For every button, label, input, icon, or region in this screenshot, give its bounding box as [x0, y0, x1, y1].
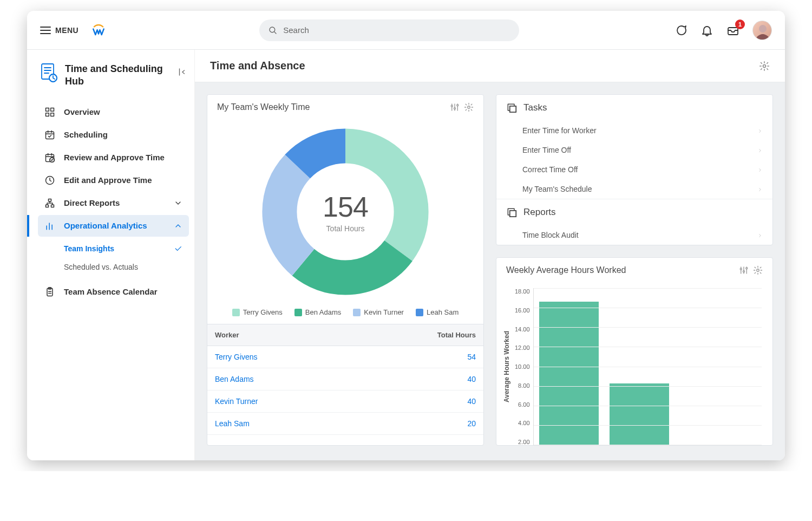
worker-name-link[interactable]: Kevin Turner — [207, 390, 345, 413]
sidebar: Time and Scheduling Hub OverviewScheduli… — [27, 50, 195, 460]
page-title: Time and Absence — [210, 60, 305, 72]
legend-item: Leah Sam — [416, 308, 459, 316]
search-input[interactable]: Search — [259, 19, 519, 41]
menu-label: MENU — [55, 26, 78, 35]
collapse-icon — [177, 67, 187, 77]
sidebar-item-label: Overview — [64, 107, 100, 116]
bar-chart — [533, 288, 762, 445]
search-icon — [268, 25, 278, 35]
hub-icon — [40, 63, 57, 82]
col-worker: Worker — [207, 324, 345, 346]
calendar-check-icon — [44, 129, 55, 140]
svg-rect-52 — [510, 211, 516, 217]
y-tick: 14.00 — [515, 326, 530, 333]
legend-label: Leah Sam — [427, 308, 459, 316]
gear-icon — [759, 61, 770, 71]
legend-item: Kevin Turner — [353, 308, 404, 316]
page-settings-button[interactable] — [759, 61, 770, 71]
chat-button[interactable] — [675, 24, 687, 37]
bar — [610, 383, 669, 445]
task-item-enter-time-for-worker[interactable]: Enter Time for Worker — [496, 121, 772, 140]
menu-button[interactable]: MENU — [40, 26, 78, 35]
sidebar-item-label: Operational Analytics — [64, 221, 147, 230]
task-item-correct-time-off[interactable]: Correct Time Off — [496, 160, 772, 179]
worker-hours-value: 54 — [345, 346, 483, 368]
svg-line-1 — [274, 31, 276, 33]
worker-hours-value: 40 — [345, 390, 483, 413]
card-team-weekly-time: My Team's Weekly Time — [207, 94, 484, 446]
worker-name-link[interactable]: Leah Sam — [207, 413, 345, 435]
task-item-my-team-s-schedule[interactable]: My Team's Schedule — [496, 179, 772, 199]
svg-point-40 — [454, 108, 456, 109]
chevron-right-icon — [757, 186, 762, 192]
table-row: Terry Givens54 — [207, 346, 483, 368]
task-item-enter-time-off[interactable]: Enter Time Off — [496, 140, 772, 160]
legend-swatch — [416, 309, 423, 316]
sidebar-subitem-team-insights[interactable]: Team Insights — [64, 240, 189, 257]
y-tick: 2.00 — [515, 439, 530, 445]
sidebar-item-label: Team Absence Calendar — [64, 287, 158, 296]
donut-legend: Terry GivensBen AdamsKevin TurnerLeah Sa… — [232, 298, 459, 324]
svg-rect-49 — [510, 106, 516, 113]
report-item-time-block-audit[interactable]: Time Block Audit — [496, 225, 772, 245]
chat-icon — [675, 24, 687, 37]
sidebar-item-operational-analytics[interactable]: Operational Analytics — [38, 215, 189, 237]
worker-name-link[interactable]: Terry Givens — [207, 346, 345, 368]
sliders-icon[interactable] — [450, 102, 460, 112]
chevron-up-icon — [174, 222, 182, 230]
y-tick: 16.00 — [515, 307, 530, 314]
sidebar-item-overview[interactable]: Overview — [38, 101, 189, 123]
sidebar-subitem-scheduled-vs-actuals[interactable]: Scheduled vs. Actuals — [64, 258, 189, 276]
card-weekly-avg: Weekly Average Hours Worked — [496, 257, 773, 446]
svg-rect-15 — [46, 132, 54, 139]
bell-icon — [700, 24, 713, 37]
chevron-right-icon — [757, 127, 762, 134]
list-item-label: Correct Time Off — [522, 165, 578, 174]
svg-point-38 — [451, 105, 453, 107]
list-item-label: Enter Time for Worker — [522, 126, 597, 135]
svg-point-43 — [468, 106, 470, 109]
sidebar-item-label: Scheduling — [64, 130, 108, 139]
sidebar-item-review-and-approve-time[interactable]: Review and Approve Time — [38, 147, 189, 168]
chevron-right-icon — [757, 232, 762, 238]
card-title: My Team's Weekly Time — [217, 102, 310, 112]
svg-rect-14 — [51, 113, 54, 116]
list-item-label: Enter Time Off — [522, 146, 571, 154]
tasks-icon — [506, 102, 517, 113]
gear-icon[interactable] — [464, 102, 474, 112]
svg-point-59 — [746, 268, 748, 269]
chevron-right-icon — [757, 166, 762, 173]
y-axis-ticks: 18.0016.0014.0012.0010.008.006.004.002.0… — [512, 288, 533, 445]
svg-point-3 — [759, 25, 767, 32]
inbox-button[interactable]: 1 — [726, 24, 739, 37]
sidebar-item-edit-and-approve-time[interactable]: Edit and Approve Time — [38, 170, 189, 191]
gear-icon[interactable] — [753, 265, 763, 275]
tasks-title: Tasks — [523, 102, 547, 113]
col-hours: Total Hours — [345, 324, 483, 346]
y-tick: 8.00 — [515, 382, 530, 389]
y-tick: 18.00 — [515, 288, 530, 295]
app-logo[interactable] — [91, 23, 106, 37]
sidebar-item-direct-reports[interactable]: Direct Reports — [38, 192, 189, 214]
inbox-badge: 1 — [735, 19, 745, 29]
svg-rect-13 — [46, 113, 49, 116]
svg-point-36 — [763, 64, 766, 67]
svg-point-55 — [740, 268, 742, 270]
org-chart-icon — [44, 198, 55, 209]
user-avatar[interactable] — [752, 21, 772, 40]
y-tick: 4.00 — [515, 420, 530, 426]
sidebar-item-scheduling[interactable]: Scheduling — [38, 124, 189, 146]
collapse-sidebar-button[interactable] — [177, 67, 187, 77]
check-icon — [174, 244, 182, 253]
sliders-icon[interactable] — [739, 265, 749, 275]
legend-swatch — [232, 309, 240, 316]
sidebar-item-label: Review and Approve Time — [64, 153, 165, 162]
worker-name-link[interactable]: Ben Adams — [207, 368, 345, 390]
notifications-button[interactable] — [700, 24, 713, 37]
sidebar-item-team-absence-calendar[interactable]: Team Absence Calendar — [38, 281, 189, 303]
y-tick: 6.00 — [515, 401, 530, 408]
svg-point-42 — [457, 105, 459, 106]
y-tick: 10.00 — [515, 363, 530, 370]
svg-rect-12 — [51, 108, 54, 111]
table-row: Leah Sam20 — [207, 413, 483, 435]
